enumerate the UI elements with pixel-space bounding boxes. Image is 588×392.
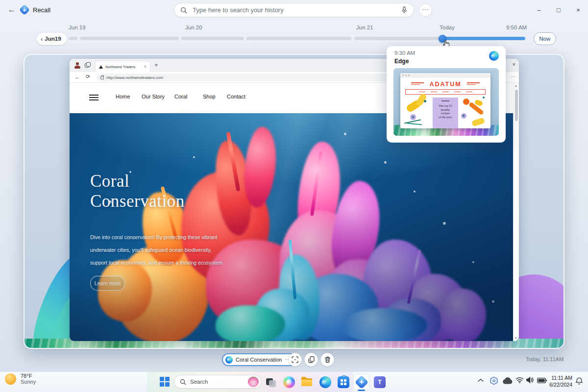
profile-icon[interactable] (74, 62, 81, 69)
browser-close-icon[interactable]: × (513, 61, 515, 67)
delete-button[interactable] (320, 353, 334, 367)
tray-hexagon-icon[interactable] (490, 376, 498, 385)
thumbnail-nav (405, 89, 486, 95)
copy-button[interactable] (304, 353, 318, 367)
tab-stack-icon[interactable] (85, 62, 91, 68)
timeline-track-segment[interactable] (181, 37, 244, 40)
screenray-icon (292, 356, 298, 363)
weather-widget[interactable]: 78°F Sunny (5, 373, 36, 385)
timeline-track-segment[interactable] (80, 37, 179, 40)
teams-button[interactable]: T (374, 376, 386, 388)
preview-thumbnail[interactable]: ADATUM The top 25 (393, 68, 499, 136)
edge-taskbar-button[interactable] (319, 376, 331, 388)
taskbar-clock[interactable]: 11:11 AM 6/22/2024 (547, 375, 572, 388)
back-button[interactable]: ← (6, 4, 18, 16)
selected-snapshot-pill[interactable]: Coral Conservation ··· (222, 353, 297, 366)
maximize-button[interactable]: □ (549, 0, 568, 20)
edge-icon (489, 51, 499, 61)
minimize-button[interactable]: – (529, 0, 549, 20)
edge-icon (225, 356, 233, 364)
wifi-icon[interactable] (515, 377, 524, 384)
jump-to-date-button[interactable]: ‹ Jun19 (36, 32, 67, 45)
recall-taskbar-button[interactable] (356, 376, 368, 388)
notification-bell-icon[interactable] (575, 377, 583, 385)
taskbar-search-label: Search (190, 379, 244, 385)
tab-close-icon[interactable]: × (144, 64, 147, 69)
recall-active-indicator (358, 390, 365, 391)
timeline-track-active[interactable] (441, 37, 525, 40)
copy-icon (308, 356, 315, 363)
tray-chevron-up-icon[interactable] (477, 378, 484, 383)
new-tab-button[interactable]: + (154, 61, 158, 69)
browser-menu-icon[interactable]: ··· (511, 74, 516, 79)
window-controls: – □ × (529, 0, 588, 20)
site-favicon (99, 65, 103, 69)
learn-more-button[interactable]: Learn more (90, 276, 125, 291)
back-icon: ← (8, 5, 16, 14)
microsoft-store-button[interactable] (338, 376, 349, 388)
preview-app-name: Edge (394, 58, 409, 65)
screenray-button[interactable] (288, 353, 302, 367)
app-title: Recall (33, 6, 50, 14)
browser-scrollbar[interactable]: ▲ ▼ (513, 83, 519, 341)
timeline-track-segment[interactable] (246, 37, 351, 40)
now-button[interactable]: Now (534, 32, 556, 45)
timeline-track-segment[interactable] (354, 37, 441, 40)
timeline-day-label: Today (440, 24, 455, 30)
onedrive-cloud-icon[interactable] (502, 377, 513, 385)
tab-title: Northwind Traders (105, 65, 142, 69)
snapshot-preview-popup[interactable]: 9:30 AM Edge ADATUM (387, 46, 506, 143)
more-options-button[interactable]: ··· (419, 3, 432, 17)
search-icon (180, 7, 187, 14)
sun-icon (5, 373, 16, 385)
copilot-button[interactable] (283, 376, 295, 388)
hamburger-menu-icon[interactable] (89, 95, 98, 102)
weather-condition: Sunny (21, 379, 36, 385)
browser-refresh-icon[interactable]: ⟳ (86, 74, 90, 80)
nav-link-shop[interactable]: Shop (203, 94, 216, 99)
history-search-bar[interactable] (174, 3, 414, 17)
clock-time: 11:11 AM (547, 375, 572, 382)
weather-temp: 78°F (21, 373, 36, 379)
nav-link-home[interactable]: Home (116, 94, 130, 99)
timeline-track-segment[interactable] (69, 37, 77, 40)
volume-icon[interactable] (526, 376, 534, 384)
nav-link-coral[interactable]: Coral (174, 94, 187, 99)
hero-image: Coral Conservation Dive into coral conse… (70, 113, 513, 341)
search-input[interactable] (192, 6, 401, 14)
selected-snapshot-label: Coral Conservation (236, 357, 282, 363)
chevron-left-icon: ‹ (41, 35, 43, 43)
search-highlight-image (248, 376, 259, 387)
snapshot-timestamp: Today, 11:11AM (526, 356, 564, 362)
microphone-icon[interactable] (401, 6, 408, 14)
close-button[interactable]: × (568, 0, 588, 20)
file-explorer-button[interactable] (301, 376, 313, 388)
browser-tab[interactable]: Northwind Traders × (95, 61, 150, 72)
preview-time: 9:30 AM (394, 50, 415, 56)
hero-paragraph: Dive into coral conservation! By protect… (90, 231, 224, 269)
start-button[interactable] (160, 377, 170, 387)
nav-link-our-story[interactable]: Our Story (142, 94, 165, 99)
taskbar-search[interactable]: Search (174, 375, 261, 389)
timeline-day-label: Jun 20 (185, 24, 202, 30)
timeline-day-label: Jun 21 (356, 24, 373, 30)
lock-icon (100, 76, 104, 79)
url-text: http://www.northwindtraders.com (106, 75, 163, 80)
thumbnail-browser-window: ADATUM The top 25 (400, 73, 490, 128)
task-view-button[interactable] (265, 376, 277, 388)
recall-app-icon (20, 5, 29, 15)
nav-link-contact[interactable]: Contact (227, 94, 245, 99)
clock-date: 6/22/2024 (547, 382, 572, 389)
recall-window: ← Recall ··· – □ × Jun 19 Jun 20 Jun 21 … (0, 0, 588, 392)
battery-icon[interactable] (537, 378, 547, 383)
thumbnail-recipe-card: The top 25 healthy recipes of the year. (433, 98, 458, 128)
top-bar: ← Recall ··· – □ × (0, 0, 588, 20)
hero-title: Coral Conservation (90, 171, 185, 211)
search-icon (180, 379, 186, 385)
browser-back-icon[interactable]: ← (74, 74, 80, 80)
timeline-time-label: 9:50 AM (506, 24, 527, 30)
trash-icon (324, 356, 331, 363)
timeline-day-label: Jun 19 (69, 24, 86, 30)
